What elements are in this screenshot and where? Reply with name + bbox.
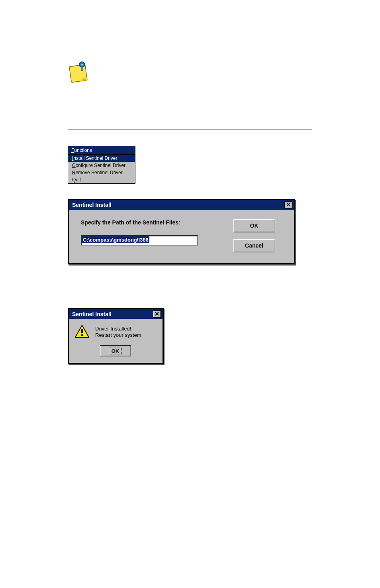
dialog-button-column: OK Cancel [226, 219, 282, 252]
menu-item-quit[interactable]: Quit [68, 176, 135, 183]
dialog-button-row: OK [74, 345, 156, 356]
sentinel-install-done-dialog: Sentinel Install Driver Installed! [68, 308, 164, 364]
menu-item-mnemonic: C [72, 163, 76, 168]
path-input-value: C:\compass\gmsdong\I386 [82, 236, 149, 243]
dialog-message-line1: Driver Installed! [95, 326, 143, 332]
warning-icon [74, 324, 90, 340]
menu-item-label: uit [76, 177, 81, 183]
ok-button[interactable]: OK [100, 345, 131, 356]
dialog-title: Sentinel Install [72, 202, 284, 208]
menu-title-rest: unctions [74, 147, 92, 153]
dialog-message: Driver Installed! Restart your system. [95, 326, 143, 339]
dialog-titlebar: Sentinel Install [69, 200, 294, 210]
svg-point-4 [81, 64, 83, 66]
menu-item-install[interactable]: Install Sentinel Driver [68, 155, 135, 162]
ok-button-label: OK [109, 348, 122, 354]
dialog-titlebar: Sentinel Install [69, 309, 163, 319]
pinned-note-icon [68, 60, 90, 86]
separator-top [68, 91, 312, 91]
menu-item-remove[interactable]: Remove Sentinel Driver [68, 169, 135, 176]
path-label: Specify the Path of the Sentinel Files: [81, 219, 226, 226]
document-page: Functions Install Sentinel Driver Config… [0, 0, 380, 588]
close-button[interactable] [284, 201, 292, 208]
dialog-left-pane: Specify the Path of the Sentinel Files: … [81, 219, 226, 252]
dialog-message-row: Driver Installed! Restart your system. [74, 324, 156, 340]
menu-item-configure[interactable]: Configure Sentinel Driver [68, 162, 135, 169]
dialog-body: Specify the Path of the Sentinel Files: … [69, 210, 294, 263]
menu-item-label: nstall Sentinel Driver [73, 155, 117, 161]
svg-point-7 [81, 334, 83, 336]
functions-menu-body: Install Sentinel Driver Configure Sentin… [68, 154, 135, 183]
svg-rect-3 [81, 67, 83, 71]
svg-rect-6 [81, 329, 83, 333]
menu-item-label: emove Sentinel Driver [76, 170, 123, 175]
ok-button[interactable]: OK [233, 219, 275, 232]
ok-button-label: OK [250, 222, 259, 229]
close-button[interactable] [153, 311, 161, 318]
functions-menu-title[interactable]: Functions [68, 146, 135, 154]
menu-item-mnemonic: Q [72, 177, 76, 183]
sentinel-install-path-dialog: Sentinel Install Specify the Path of the… [68, 199, 295, 264]
note-body-gap [68, 101, 312, 125]
cancel-button[interactable]: Cancel [233, 239, 275, 252]
cancel-button-label: Cancel [245, 242, 263, 249]
dialog-title: Sentinel Install [72, 311, 153, 317]
menu-item-label: onfigure Sentinel Driver [76, 163, 125, 168]
functions-menu: Functions Install Sentinel Driver Config… [68, 146, 135, 184]
close-icon [286, 202, 290, 208]
note-block [68, 60, 312, 86]
dialog-message-line2: Restart your system. [95, 332, 143, 338]
menu-item-mnemonic: R [72, 170, 76, 175]
close-icon [155, 311, 159, 317]
separator-bottom [68, 130, 312, 130]
dialog-body: Driver Installed! Restart your system. O… [69, 319, 163, 363]
path-input[interactable]: C:\compass\gmsdong\I386 [81, 235, 198, 246]
